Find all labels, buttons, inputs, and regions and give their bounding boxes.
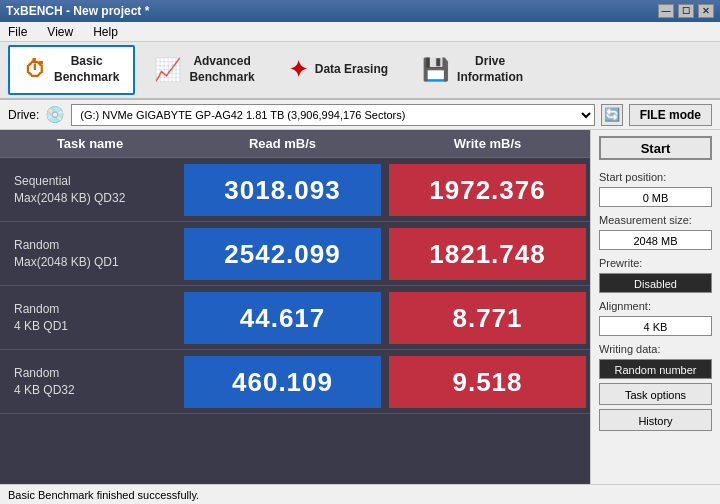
drive-information-label: DriveInformation bbox=[457, 54, 523, 85]
advanced-benchmark-button[interactable]: 📈 AdvancedBenchmark bbox=[139, 45, 269, 95]
toolbar: ⏱ BasicBenchmark 📈 AdvancedBenchmark ✦ D… bbox=[0, 42, 720, 100]
drive-label: Drive: bbox=[8, 108, 39, 122]
read-value-3: 460.109 bbox=[184, 356, 381, 408]
row-label-2: Random4 KB QD1 bbox=[0, 301, 180, 335]
alignment-value: 4 KB bbox=[599, 316, 712, 336]
write-value-0: 1972.376 bbox=[389, 164, 586, 216]
drive-row: Drive: 💿 (G:) NVMe GIGABYTE GP-AG42 1.81… bbox=[0, 100, 720, 130]
row-label-1: RandomMax(2048 KB) QD1 bbox=[0, 237, 180, 271]
advanced-benchmark-icon: 📈 bbox=[154, 57, 181, 83]
prewrite-value: Disabled bbox=[599, 273, 712, 293]
menu-bar: File View Help bbox=[0, 22, 720, 42]
start-position-value: 0 MB bbox=[599, 187, 712, 207]
prewrite-label: Prewrite: bbox=[599, 257, 712, 269]
window-controls: — ☐ ✕ bbox=[658, 4, 714, 18]
start-position-label: Start position: bbox=[599, 171, 712, 183]
alignment-label: Alignment: bbox=[599, 300, 712, 312]
file-mode-button[interactable]: FILE mode bbox=[629, 104, 712, 126]
minimize-button[interactable]: — bbox=[658, 4, 674, 18]
benchmark-table: Task name Read mB/s Write mB/s Sequentia… bbox=[0, 130, 590, 484]
title-bar: TxBENCH - New project * — ☐ ✕ bbox=[0, 0, 720, 22]
col-taskname: Task name bbox=[0, 136, 180, 151]
status-text: Basic Benchmark finished successfully. bbox=[8, 489, 199, 501]
task-options-button[interactable]: Task options bbox=[599, 383, 712, 405]
table-row: Random4 KB QD32 460.109 9.518 bbox=[0, 350, 590, 414]
main-content: Task name Read mB/s Write mB/s Sequentia… bbox=[0, 130, 720, 484]
status-bar: Basic Benchmark finished successfully. bbox=[0, 484, 720, 504]
right-panel: Start Start position: 0 MB Measurement s… bbox=[590, 130, 720, 484]
drive-selector[interactable]: (G:) NVMe GIGABYTE GP-AG42 1.81 TB (3,90… bbox=[71, 104, 594, 126]
start-button[interactable]: Start bbox=[599, 136, 712, 160]
drive-information-icon: 💾 bbox=[422, 57, 449, 83]
writing-data-label: Writing data: bbox=[599, 343, 712, 355]
drive-icon: 💿 bbox=[45, 105, 65, 124]
menu-file[interactable]: File bbox=[4, 23, 31, 41]
table-header: Task name Read mB/s Write mB/s bbox=[0, 130, 590, 158]
advanced-benchmark-label: AdvancedBenchmark bbox=[189, 54, 254, 85]
read-value-2: 44.617 bbox=[184, 292, 381, 344]
read-value-1: 2542.099 bbox=[184, 228, 381, 280]
data-erasing-label: Data Erasing bbox=[315, 62, 388, 78]
write-value-1: 1821.748 bbox=[389, 228, 586, 280]
write-value-2: 8.771 bbox=[389, 292, 586, 344]
history-button[interactable]: History bbox=[599, 409, 712, 431]
read-value-0: 3018.093 bbox=[184, 164, 381, 216]
basic-benchmark-label: BasicBenchmark bbox=[54, 54, 119, 85]
data-erasing-icon: ✦ bbox=[289, 57, 307, 83]
table-row: Random4 KB QD1 44.617 8.771 bbox=[0, 286, 590, 350]
drive-refresh-button[interactable]: 🔄 bbox=[601, 104, 623, 126]
drive-information-button[interactable]: 💾 DriveInformation bbox=[407, 45, 538, 95]
row-label-3: Random4 KB QD32 bbox=[0, 365, 180, 399]
measurement-size-label: Measurement size: bbox=[599, 214, 712, 226]
writing-data-value: Random number bbox=[599, 359, 712, 379]
close-button[interactable]: ✕ bbox=[698, 4, 714, 18]
row-label-0: SequentialMax(2048 KB) QD32 bbox=[0, 173, 180, 207]
app-title: TxBENCH - New project * bbox=[6, 4, 149, 18]
basic-benchmark-icon: ⏱ bbox=[24, 57, 46, 83]
menu-help[interactable]: Help bbox=[89, 23, 122, 41]
col-write: Write mB/s bbox=[385, 136, 590, 151]
col-read: Read mB/s bbox=[180, 136, 385, 151]
table-row: RandomMax(2048 KB) QD1 2542.099 1821.748 bbox=[0, 222, 590, 286]
table-row: SequentialMax(2048 KB) QD32 3018.093 197… bbox=[0, 158, 590, 222]
measurement-size-value: 2048 MB bbox=[599, 230, 712, 250]
write-value-3: 9.518 bbox=[389, 356, 586, 408]
maximize-button[interactable]: ☐ bbox=[678, 4, 694, 18]
basic-benchmark-button[interactable]: ⏱ BasicBenchmark bbox=[8, 45, 135, 95]
data-erasing-button[interactable]: ✦ Data Erasing bbox=[274, 45, 403, 95]
menu-view[interactable]: View bbox=[43, 23, 77, 41]
